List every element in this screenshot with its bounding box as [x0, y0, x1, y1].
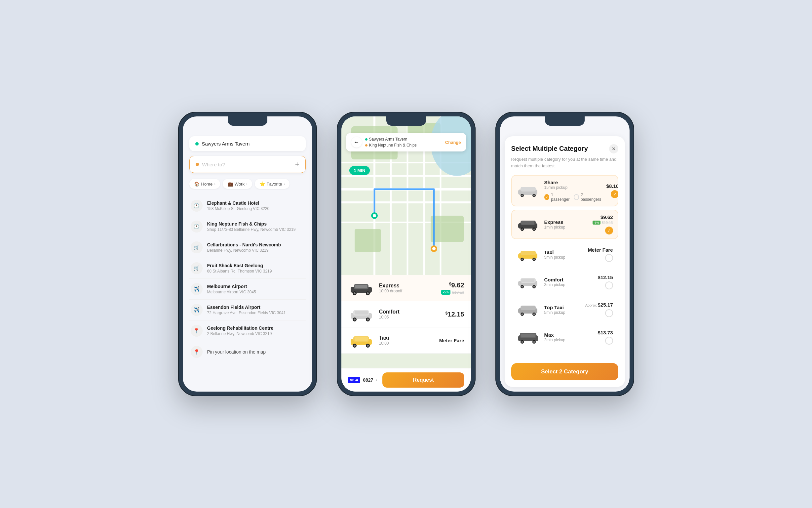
passenger-2-label: 2 passengers	[581, 193, 602, 202]
add-stop-button[interactable]: +	[295, 160, 299, 169]
express-details: Express 10:00 dropoff	[379, 283, 437, 293]
search-bar[interactable]: Where to? +	[189, 156, 306, 173]
comfort-details: Comfort 10:05	[379, 309, 441, 320]
svg-rect-43	[521, 187, 536, 192]
list-item[interactable]: 🛒 Fruit Shack East Geelong 60 St Albans …	[189, 258, 306, 279]
express-discount-badge: -5%	[441, 290, 450, 295]
express-cat-original: $10.13	[602, 221, 613, 224]
list-item[interactable]: ✈️ Melbourne Airport Melbourne Airport V…	[189, 279, 306, 300]
passenger-1-option[interactable]: ✓ 1 passenger	[544, 193, 570, 202]
comfort-time: 10:05	[379, 315, 441, 320]
search-placeholder: Where to?	[202, 162, 292, 167]
car-image-express	[348, 280, 374, 296]
svg-point-79	[533, 341, 535, 343]
select-category-button[interactable]: Select 2 Category	[511, 363, 618, 380]
svg-point-53	[533, 228, 535, 230]
category-item-top-taxi[interactable]: Top Taxi 5min pickup Approx $25.17	[511, 297, 618, 322]
comfort-name: Comfort	[379, 309, 441, 315]
place-info-7: Geelong Rehabilitation Centre 2 Bellarin…	[207, 326, 304, 336]
back-button[interactable]: ←	[351, 137, 362, 147]
svg-point-58	[521, 258, 523, 260]
express-price: $9.62 -5% $10.13	[441, 282, 464, 295]
svg-point-18	[373, 214, 376, 217]
top-taxi-name: Top Taxi	[544, 305, 581, 310]
svg-rect-80	[521, 334, 535, 337]
svg-rect-27	[355, 285, 367, 288]
svg-rect-34	[354, 311, 368, 314]
category-item-max[interactable]: Max 2min pickup $13.73	[511, 325, 618, 349]
share-checkbox[interactable]: ✓	[611, 190, 618, 198]
top-taxi-info: Top Taxi 5min pickup	[544, 305, 581, 315]
quick-link-work[interactable]: 💼 Work ›	[223, 179, 252, 189]
place-info-4: Fruit Shack East Geelong 60 St Albans Rd…	[207, 263, 304, 273]
express-time: 10:00 dropoff	[379, 289, 437, 293]
payment-method[interactable]: VISA 0827 ›	[348, 377, 377, 383]
request-button[interactable]: Request	[382, 372, 464, 388]
phone-3: Select Multiple Category ✕ Request multi…	[495, 112, 634, 396]
taxi-cat-time: 5min pickup	[544, 255, 583, 260]
express-car-image	[517, 218, 540, 231]
express-original-price: $10.13	[452, 290, 464, 295]
svg-point-33	[367, 319, 369, 321]
location-bar[interactable]: Sawyers Arms Tavern	[189, 136, 306, 151]
svg-rect-56	[521, 251, 536, 255]
ride-card-express[interactable]: Express 10:00 dropoff $9.62 -5% $10.13	[341, 275, 471, 301]
ride-card-taxi[interactable]: Taxi 10:00 Meter Fare	[341, 328, 471, 353]
modal-subtitle: Request multiple category for you at the…	[511, 156, 618, 169]
comfort-cat-info: Comfort 3min pickup	[544, 277, 593, 287]
taxi-price-value: Meter Fare	[439, 338, 464, 343]
quick-link-home[interactable]: 🏠 Home ›	[189, 179, 220, 189]
dollar-sign: $	[449, 282, 451, 286]
chevron-favorite: ›	[284, 182, 285, 186]
close-modal-button[interactable]: ✕	[609, 144, 618, 154]
top-taxi-svg	[517, 303, 540, 316]
bottom-payment-bar: VISA 0827 › Request	[341, 368, 471, 392]
taxi-cat-image	[517, 248, 540, 261]
phone-1-content: Sawyers Arms Tavern Where to? + 🏠 Home ›…	[183, 116, 312, 392]
route-from: Sawyers Arms Tavern	[365, 137, 442, 141]
chevron-work: ›	[246, 182, 247, 186]
share-name: Share	[544, 180, 602, 185]
category-item-taxi[interactable]: Taxi 5min pickup Meter Fare	[511, 243, 618, 266]
change-route-button[interactable]: Change	[445, 140, 461, 145]
quick-links-row: 🏠 Home › 💼 Work › ⭐ Favorite ›	[189, 179, 306, 189]
phone-1-screen: Sawyers Arms Tavern Where to? + 🏠 Home ›…	[183, 116, 312, 392]
ride-cards-list: Express 10:00 dropoff $9.62 -5% $10.13	[341, 275, 471, 353]
list-item[interactable]: 🕐 King Neptune Fish & Chips Shop 11/73-8…	[189, 216, 306, 237]
list-item[interactable]: 📍 Geelong Rehabilitation Centre 2 Bellar…	[189, 321, 306, 341]
svg-rect-14	[354, 229, 381, 252]
modal-title: Select Multiple Category	[511, 144, 588, 153]
express-checkbox[interactable]: ✓	[605, 226, 613, 235]
quick-link-favorite[interactable]: ⭐ Favorite ›	[255, 179, 290, 189]
category-item-comfort[interactable]: Comfort 3min pickup $12.15	[511, 270, 618, 294]
express-cat-info: Express 1min pickup	[544, 219, 588, 229]
top-taxi-checkbox[interactable]	[605, 309, 613, 317]
list-item[interactable]: ✈️ Essendon Fields Airport 72 Hargrave A…	[189, 300, 306, 321]
max-checkbox[interactable]	[605, 337, 613, 345]
pin-location-item[interactable]: 📍 Pin your location on the map	[189, 341, 306, 363]
top-taxi-price-container: Approx $25.17	[585, 302, 613, 308]
taxi-name: Taxi	[379, 335, 435, 341]
taxi-checkbox[interactable]	[605, 254, 613, 262]
comfort-car-svg	[348, 307, 374, 322]
max-price: $13.73	[598, 330, 613, 335]
quick-link-work-label: Work	[235, 181, 245, 186]
category-item-express[interactable]: Express 1min pickup $9.62 -5% $10.13 ✓	[511, 210, 618, 239]
ride-card-comfort[interactable]: Comfort 10:05 $12.15	[341, 301, 471, 328]
svg-point-47	[533, 195, 535, 196]
passenger-1-check: ✓	[544, 194, 550, 200]
svg-rect-69	[521, 306, 536, 310]
route-end-dot	[365, 144, 368, 146]
place-icon-3: 🛒	[191, 242, 203, 253]
comfort-checkbox[interactable]	[605, 282, 613, 289]
list-item[interactable]: 🛒 Cellarbrations - Nardi's Newcomb Bella…	[189, 237, 306, 258]
passenger-2-option[interactable]: 2 passengers	[574, 193, 602, 202]
place-name-6: Essendon Fields Airport	[207, 305, 304, 310]
route-info: Sawyers Arms Tavern King Neptune Fish & …	[365, 137, 442, 147]
express-car-svg-3	[517, 218, 540, 231]
category-item-share[interactable]: Share 15min pickup ✓ 1 passenger 2 passe…	[511, 175, 618, 206]
home-icon: 🏠	[194, 181, 200, 186]
list-item[interactable]: 🕐 Elephant & Castle Hotel 158 McKillop S…	[189, 196, 306, 216]
route-to: King Neptune Fish & Chips	[365, 143, 442, 147]
comfort-price: $12.15	[445, 310, 464, 318]
